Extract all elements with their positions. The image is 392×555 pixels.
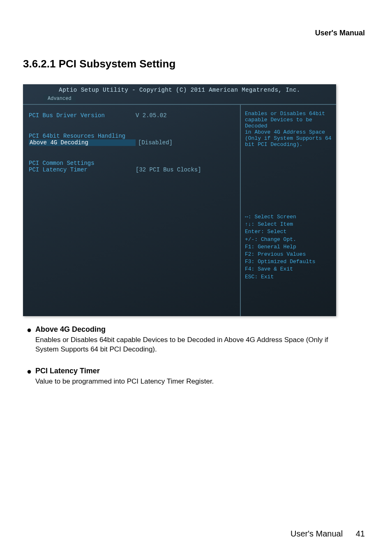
footer: User's Manual 41	[291, 529, 365, 539]
bios-key-hint: F3: Optimized Defaults	[245, 258, 332, 266]
bios-row-common-heading: PCI Common Settings	[29, 160, 234, 166]
bios-row-driver-version: PCI Bus Driver Version V 2.05.02	[29, 112, 234, 119]
bios-title: Aptio Setup Utility - Copyright (C) 2011…	[23, 84, 336, 93]
bios-key-hint: F4: Save & Exit	[245, 266, 332, 273]
bios-key-hint: F1: General Help	[245, 243, 332, 251]
bullet-desc: Value to be programmed into PCI Latency …	[35, 377, 214, 386]
bios-right-pane: Enables or Disables 64bit capable Device…	[241, 105, 336, 316]
bios-help-desc: (Only if System Supports 64	[245, 135, 332, 141]
bios-key-hint: +/-: Change Opt.	[245, 236, 332, 243]
bios-tab-advanced[interactable]: Advanced	[44, 95, 76, 102]
bios-value: [32 PCI Bus Clocks]	[136, 166, 201, 173]
bios-help-desc: bit PCI Decoding).	[245, 141, 332, 148]
bios-help-desc: Enables or Disables 64bit	[245, 111, 332, 117]
bullet-icon: ●	[23, 325, 35, 354]
bullet-icon: ●	[23, 367, 35, 386]
bios-left-pane: PCI Bus Driver Version V 2.05.02 PCI 64b…	[23, 105, 241, 316]
bios-title-bar: Aptio Setup Utility - Copyright (C) 2011…	[23, 84, 336, 105]
bios-key-hint: ↑↓: Select Item	[245, 221, 332, 228]
bios-label-selected: Above 4G Decoding	[29, 139, 136, 146]
bullet-item: ● Above 4G Decoding Enables or Disables …	[23, 325, 369, 354]
bios-value: V 2.05.02	[136, 112, 167, 119]
bios-label: PCI Common Settings	[29, 160, 136, 166]
header-right: User's Manual	[315, 29, 365, 37]
bios-row-latency[interactable]: PCI Latency Timer [32 PCI Bus Clocks]	[29, 166, 234, 173]
bios-row-above4g[interactable]: Above 4G Decoding [Disabled]	[29, 139, 234, 146]
bios-key-hint: ↔: Select Screen	[245, 213, 332, 221]
bios-label: PCI Latency Timer	[29, 166, 136, 173]
bios-screenshot: Aptio Setup Utility - Copyright (C) 2011…	[23, 84, 336, 316]
section-number: 3.6.2.1 PCI Subsystem Setting	[23, 58, 369, 70]
bios-help-desc: in Above 4G Address Space	[245, 129, 332, 135]
bios-key-hint: ESC: Exit	[245, 273, 332, 281]
bullet-heading: PCI Latency Timer	[35, 367, 214, 375]
bios-label: PCI 64bit Resources Handling	[29, 133, 136, 139]
bios-label: PCI Bus Driver Version	[29, 112, 136, 119]
bios-row-64bit-heading: PCI 64bit Resources Handling	[29, 133, 234, 139]
bullet-heading: Above 4G Decoding	[35, 325, 348, 334]
footer-label: User's Manual	[291, 529, 343, 538]
bios-key-hint: F2: Previous Values	[245, 251, 332, 258]
bios-value: [Disabled]	[138, 139, 173, 146]
bios-key-hint: Enter: Select	[245, 228, 332, 236]
bios-help-desc: capable Devices to be Decoded	[245, 117, 332, 129]
page-number: 41	[356, 529, 365, 538]
bullet-item: ● PCI Latency Timer Value to be programm…	[23, 367, 369, 386]
bullet-desc: Enables or Disables 64bit capable Device…	[35, 335, 348, 354]
